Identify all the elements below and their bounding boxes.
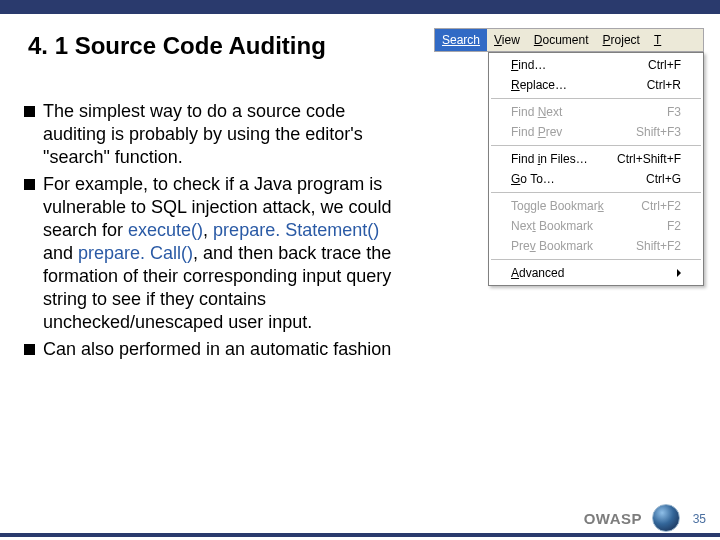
menu-item-find-prev: Find Prev Shift+F3 — [489, 122, 703, 142]
menu-item-advanced[interactable]: Advanced — [489, 263, 703, 283]
menu-separator — [491, 259, 701, 260]
menu-item-goto[interactable]: Go To… Ctrl+G — [489, 169, 703, 189]
bullet-2: For example, to check if a Java program … — [24, 173, 404, 334]
submenu-arrow-icon — [677, 269, 681, 277]
menu-item-replace[interactable]: Replace… Ctrl+R — [489, 75, 703, 95]
menu-item-find-next: Find Next F3 — [489, 102, 703, 122]
menu-tools-truncated[interactable]: T — [647, 29, 668, 51]
slide: 4. 1 Source Code Auditing Search View Do… — [0, 0, 720, 540]
bullet-1: The simplest way to do a source code aud… — [24, 100, 404, 169]
menu-item-next-bookmark: Next Bookmark F2 — [489, 216, 703, 236]
bullet-square-icon — [24, 344, 35, 355]
menu-separator — [491, 192, 701, 193]
bullet-square-icon — [24, 106, 35, 117]
footer: OWASP — [0, 500, 720, 536]
bullet-1-text: The simplest way to do a source code aud… — [43, 100, 404, 169]
owasp-logo-icon — [652, 504, 680, 532]
menu-project[interactable]: Project — [596, 29, 647, 51]
menu-item-toggle-bookmark: Toggle Bookmark Ctrl+F2 — [489, 196, 703, 216]
bullet-3-text: Can also performed in an automatic fashi… — [43, 338, 391, 361]
menu-item-prev-bookmark: Prev Bookmark Shift+F2 — [489, 236, 703, 256]
highlight-execute: execute() — [128, 220, 203, 240]
page-number: 35 — [693, 512, 706, 526]
body-text: The simplest way to do a source code aud… — [24, 100, 404, 365]
menu-item-find[interactable]: Find… Ctrl+F — [489, 55, 703, 75]
menu-item-find-in-files[interactable]: Find in Files… Ctrl+Shift+F — [489, 149, 703, 169]
top-accent-bar — [0, 0, 720, 14]
menu-search[interactable]: Search — [435, 29, 487, 51]
highlight-prepare-call: prepare. Call() — [78, 243, 193, 263]
menu-separator — [491, 98, 701, 99]
menu-view[interactable]: View — [487, 29, 527, 51]
bullet-3: Can also performed in an automatic fashi… — [24, 338, 404, 361]
menu-separator — [491, 145, 701, 146]
search-dropdown: Find… Ctrl+F Replace… Ctrl+R Find Next F… — [488, 52, 704, 286]
editor-menubar: Search View Document Project T — [434, 28, 704, 52]
footer-owasp-label: OWASP — [584, 510, 642, 527]
menu-document[interactable]: Document — [527, 29, 596, 51]
bullet-2-text: For example, to check if a Java program … — [43, 173, 404, 334]
highlight-prepare-statement: prepare. Statement() — [213, 220, 379, 240]
bottom-accent-bar — [0, 533, 720, 537]
bullet-square-icon — [24, 179, 35, 190]
